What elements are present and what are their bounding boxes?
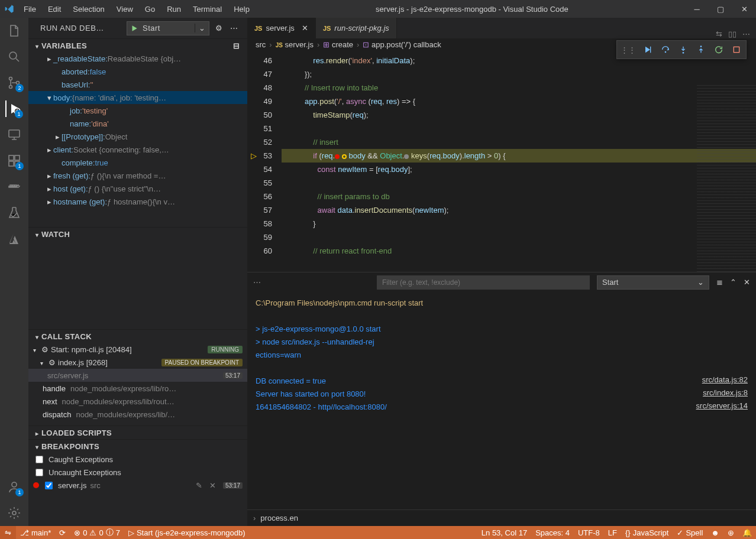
filter-input[interactable] bbox=[377, 275, 590, 290]
launch-config-select[interactable]: Start ⌄ bbox=[127, 21, 209, 35]
variable-row[interactable]: ▸ [[Prototype]]: Object bbox=[28, 130, 247, 143]
step-over-button[interactable] bbox=[657, 42, 674, 57]
variable-row[interactable]: aborted: false bbox=[28, 65, 247, 78]
testing-icon[interactable] bbox=[6, 204, 22, 221]
loaded-scripts-header[interactable]: LOADED SCRIPTS bbox=[28, 426, 247, 439]
minimap[interactable] bbox=[697, 85, 756, 272]
step-out-button[interactable] bbox=[693, 42, 709, 57]
breakpoint-file[interactable]: server.js src ✎ ✕ 53:17 bbox=[28, 479, 247, 492]
search-icon[interactable] bbox=[6, 48, 22, 65]
uncaught-checkbox[interactable] bbox=[35, 469, 43, 476]
split-editor-icon[interactable]: ▯▯ bbox=[728, 30, 736, 38]
variable-row[interactable]: complete: true bbox=[28, 156, 247, 169]
menu-selection[interactable]: Selection bbox=[68, 2, 109, 16]
debug-target[interactable]: ▷Start (js-e2e-express-mongodb) bbox=[124, 526, 250, 539]
callstack-session[interactable]: ⚙ Start: npm-cli.js [20484] RUNNING bbox=[28, 343, 247, 356]
editor-tab[interactable]: JSserver.js✕ bbox=[247, 18, 316, 38]
callstack-body[interactable]: ⚙ Start: npm-cli.js [20484] RUNNING ⚙ in… bbox=[28, 343, 247, 426]
problems-indicator[interactable]: ⊗0 ⚠0 ⓘ7 bbox=[70, 526, 124, 539]
breadcrumb-item[interactable]: JS server.js bbox=[276, 40, 314, 49]
continue-button[interactable] bbox=[639, 42, 656, 57]
variable-row[interactable]: baseUrl: '' bbox=[28, 78, 247, 91]
chevron-down-icon[interactable]: ⌄ bbox=[195, 24, 209, 33]
run-debug-icon[interactable]: 1 bbox=[5, 100, 22, 117]
variable-row[interactable]: ▸ client: Socket {connecting: false,… bbox=[28, 143, 247, 156]
remote-explorer-icon[interactable] bbox=[6, 126, 22, 143]
watch-body[interactable] bbox=[28, 241, 247, 329]
copilot-icon[interactable]: ⊕ bbox=[723, 526, 738, 539]
variable-row[interactable]: ▸ host (get): ƒ () {\n"use strict"\n… bbox=[28, 182, 247, 195]
breakpoints-header[interactable]: BREAKPOINTS bbox=[28, 440, 247, 453]
gear-icon[interactable]: ⚙ bbox=[213, 24, 225, 33]
azure-icon[interactable] bbox=[6, 230, 22, 247]
branch-indicator[interactable]: ⎇main* bbox=[16, 526, 55, 539]
code-content[interactable]: res.render('index', initialData); }); //… bbox=[282, 51, 756, 272]
variable-row[interactable]: ▸ hostname (get): ƒ hostname(){\n v… bbox=[28, 195, 247, 208]
minimize-button[interactable]: ─ bbox=[690, 5, 704, 14]
menu-view[interactable]: View bbox=[112, 2, 138, 16]
variables-header[interactable]: VARIABLES ⊟ bbox=[28, 39, 247, 52]
more-icon[interactable]: ⋯ bbox=[228, 24, 240, 33]
accounts-icon[interactable]: 1 bbox=[6, 479, 22, 495]
source-link[interactable]: src/server.js:14 bbox=[696, 401, 748, 410]
explorer-icon[interactable] bbox=[6, 22, 22, 39]
more-icon[interactable]: ⋯ bbox=[253, 278, 261, 287]
extensions-icon[interactable]: 1 bbox=[6, 152, 22, 169]
bp-file-checkbox[interactable] bbox=[45, 482, 53, 489]
stack-frame[interactable]: nextnode_modules/express/lib/rout… bbox=[28, 395, 247, 408]
breadcrumb-item[interactable]: src bbox=[256, 40, 266, 49]
breadcrumb-item[interactable]: ⊡ app.post('/') callback bbox=[363, 40, 441, 49]
stack-frame[interactable]: handlenode_modules/express/lib/ro… bbox=[28, 382, 247, 395]
restart-button[interactable] bbox=[710, 42, 727, 57]
debug-toolbar[interactable]: ⋮⋮ bbox=[616, 40, 747, 59]
breakpoint-uncaught[interactable]: Uncaught Exceptions bbox=[28, 466, 247, 479]
caught-checkbox[interactable] bbox=[35, 456, 43, 463]
source-link[interactable]: src/index.js:8 bbox=[703, 388, 748, 397]
variable-row[interactable]: ▸ fresh (get): ƒ (){\n var method =… bbox=[28, 169, 247, 182]
drag-handle-icon[interactable]: ⋮⋮ bbox=[618, 46, 638, 54]
variable-row[interactable]: job: 'testing' bbox=[28, 104, 247, 117]
source-link[interactable]: src/data.js:82 bbox=[702, 375, 748, 384]
language-mode[interactable]: {}JavaScript bbox=[621, 526, 673, 539]
menu-file[interactable]: File bbox=[19, 2, 41, 16]
callstack-thread[interactable]: ⚙ index.js [9268] PAUSED ON BREAKPOINT bbox=[28, 356, 247, 369]
encoding[interactable]: UTF-8 bbox=[574, 526, 604, 539]
step-into-button[interactable] bbox=[675, 42, 692, 57]
menu-help[interactable]: Help bbox=[229, 2, 254, 16]
debug-console-input[interactable]: › process.en bbox=[247, 509, 756, 526]
clear-console-icon[interactable]: ≣ bbox=[716, 278, 723, 287]
start-debug-button[interactable] bbox=[127, 22, 141, 35]
docker-icon[interactable] bbox=[6, 178, 22, 195]
gutter[interactable]: 46474849505152▷5354555657585960 bbox=[247, 51, 282, 272]
close-icon[interactable]: ✕ bbox=[209, 481, 216, 490]
remote-indicator[interactable]: ⇋ bbox=[0, 526, 16, 539]
breakpoint-caught[interactable]: Caught Exceptions bbox=[28, 453, 247, 466]
menu-terminal[interactable]: Terminal bbox=[188, 2, 227, 16]
notifications-icon[interactable]: 🔔 bbox=[738, 526, 756, 539]
breadcrumb-item[interactable]: ⊞ create bbox=[323, 40, 353, 49]
stack-frame[interactable]: dispatchnode_modules/express/lib/… bbox=[28, 408, 247, 421]
callstack-header[interactable]: CALL STACK bbox=[28, 330, 247, 343]
settings-gear-icon[interactable] bbox=[6, 505, 22, 521]
more-icon[interactable]: ⋯ bbox=[742, 30, 750, 38]
close-button[interactable]: ✕ bbox=[737, 5, 751, 14]
sync-indicator[interactable]: ⟳ bbox=[55, 526, 70, 539]
variable-row[interactable]: name: 'dina' bbox=[28, 117, 247, 130]
variables-tree[interactable]: ▸ _readableState: ReadableState {obj… ab… bbox=[28, 52, 247, 227]
menu-go[interactable]: Go bbox=[140, 2, 160, 16]
cursor-position[interactable]: Ln 53, Col 17 bbox=[477, 526, 531, 539]
collapse-panel-icon[interactable]: ⌃ bbox=[730, 278, 736, 287]
variable-row[interactable]: ▾ body: {name: 'dina', job: 'testing… bbox=[28, 91, 247, 104]
eol[interactable]: LF bbox=[604, 526, 621, 539]
indentation[interactable]: Spaces: 4 bbox=[531, 526, 574, 539]
session-select[interactable]: Start ⌄ bbox=[597, 275, 709, 290]
maximize-button[interactable]: ▢ bbox=[713, 5, 728, 14]
watch-header[interactable]: WATCH bbox=[28, 228, 247, 241]
stack-frame[interactable]: src/server.js53:17 bbox=[28, 369, 247, 382]
variable-row[interactable]: ▸ _readableState: ReadableState {obj… bbox=[28, 52, 247, 65]
compare-icon[interactable]: ⇆ bbox=[716, 30, 722, 38]
spell-check[interactable]: ✓Spell bbox=[673, 526, 707, 539]
close-tab-icon[interactable]: ✕ bbox=[302, 24, 308, 33]
source-control-icon[interactable]: 2 bbox=[6, 74, 22, 91]
stop-button[interactable] bbox=[728, 42, 745, 57]
